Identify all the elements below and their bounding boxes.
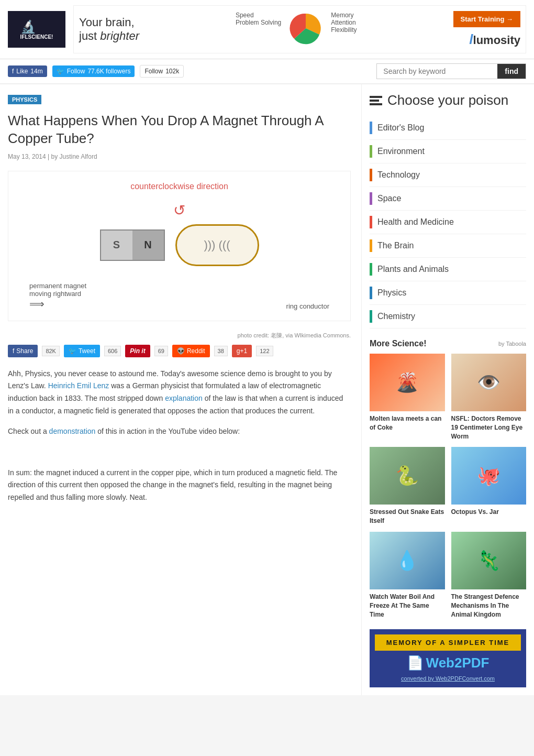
article-paragraph-1: Ahh, Physics, you never cease to astound… — [8, 368, 351, 418]
share-bar: f Share 82K 🐦 Tweet 606 Pin it 69 👽 — [8, 345, 351, 357]
article-body: Ahh, Physics, you never cease to astound… — [8, 368, 351, 504]
field-lines: ))) ((( — [204, 238, 230, 252]
nav-label-physics: Physics — [377, 288, 406, 298]
sidebar-item-health[interactable]: Health and Medicine — [370, 211, 526, 234]
science-item-animal[interactable]: 🦎 The Strangest Defence Mechanisms In Th… — [451, 532, 527, 619]
pie-chart — [289, 12, 323, 46]
ad-banner: Your brain, just brighter Speed Problem … — [73, 5, 526, 53]
search-input[interactable] — [377, 64, 497, 79]
lenz-link[interactable]: Heinrich Emil Lenz — [48, 381, 109, 390]
sidebar-item-environment[interactable]: Environment — [370, 140, 526, 163]
direction-label: counterclockwise direction — [130, 182, 228, 191]
magnet-tube-diagram: S N ))) ((( — [100, 224, 259, 266]
article-diagram: counterclockwise direction ↺ S N — [8, 171, 351, 321]
share-facebook-button[interactable]: f Share — [8, 345, 38, 357]
fb-icon: f — [12, 68, 14, 75]
science-img-octopus: 🐙 — [451, 447, 527, 505]
fb-count: 14m — [30, 68, 42, 75]
site-logo[interactable]: 🔬 IFLSCIENCE! — [8, 11, 65, 48]
pin-share-count: 69 — [154, 346, 168, 356]
ad-tagline: Your brain, just brighter — [79, 16, 139, 43]
ad-cta: Start Training → llumosity — [453, 11, 520, 48]
sidebar-item-technology[interactable]: Technology — [370, 163, 526, 187]
search-button[interactable]: find — [497, 64, 526, 79]
taboola-label: by Taboola — [498, 341, 526, 347]
nav-label-chemistry: Chemistry — [377, 312, 415, 321]
sidebar-item-physics[interactable]: Physics — [370, 281, 526, 305]
fb-share-icon: f — [13, 347, 14, 355]
octopus-emoji: 🐙 — [451, 447, 527, 505]
sidebar-item-chemistry[interactable]: Chemistry — [370, 305, 526, 328]
web2pdf-title: Web2PDF — [426, 655, 490, 671]
reddit-icon: 👽 — [177, 347, 185, 355]
web2pdf-link-area: converted by Web2PDFConvert.com — [375, 674, 521, 682]
nav-color-technology — [370, 169, 372, 181]
science-img-snake: 🐍 — [370, 447, 445, 505]
science-item-snake[interactable]: 🐍 Stressed Out Snake Eats Itself — [370, 447, 445, 525]
magnet-north: N — [132, 231, 164, 260]
science-item-water[interactable]: 💧 Watch Water Boil And Freeze At The Sam… — [370, 532, 445, 619]
reddit-share-count: 38 — [214, 346, 228, 356]
poison-title: Choose your poison — [387, 92, 508, 108]
fb-share-count: 82K — [42, 346, 60, 356]
science-label-lava: Molten lava meets a can of Coke — [370, 414, 445, 432]
nav-label-environment: Environment — [377, 147, 425, 156]
share-reddit-button[interactable]: 👽 Reddit — [172, 345, 210, 357]
diagram-labels: permanent magnet moving rightward ⟹ ring… — [19, 282, 340, 310]
nav-color-brain — [370, 239, 372, 252]
tw-share-count: 606 — [104, 346, 121, 356]
category-nav-list: Editor's Blog Environment Technology Spa… — [370, 116, 526, 328]
sidebar-item-brain[interactable]: The Brain — [370, 234, 526, 258]
web2pdf-link[interactable]: converted by Web2PDFConvert.com — [401, 675, 495, 682]
science-grid: 🌋 Molten lava meets a can of Coke 👁️ NSF… — [370, 354, 526, 619]
ad-feature-speed: Speed Problem Solving — [236, 12, 281, 47]
science-item-octopus[interactable]: 🐙 Octopus Vs. Jar — [451, 447, 527, 525]
sidebar-item-editors-blog[interactable]: Editor's Blog — [370, 116, 526, 140]
sidebar-item-space[interactable]: Space — [370, 187, 526, 211]
ring-conductor-label: ring conductor — [286, 302, 329, 310]
category-tag[interactable]: PHYSICS — [8, 95, 41, 104]
nav-label-editors-blog: Editor's Blog — [377, 123, 424, 133]
article-meta: May 13, 2014 | by Justine Alford — [8, 153, 351, 160]
share-pinterest-button[interactable]: Pin it — [125, 345, 150, 357]
follow-button[interactable]: Follow 102k — [140, 65, 184, 78]
tw-icon: 🐦 — [57, 68, 64, 75]
menu-icon — [370, 96, 382, 105]
science-item-eye[interactable]: 👁️ NSFL: Doctors Remove 19 Centimeter Lo… — [451, 354, 527, 441]
magnet: S N — [100, 229, 165, 261]
copper-tube: ))) ((( — [175, 224, 259, 266]
science-item-lava[interactable]: 🌋 Molten lava meets a can of Coke — [370, 354, 445, 441]
science-img-eye: 👁️ — [451, 354, 527, 411]
nav-color-editors-blog — [370, 122, 372, 134]
start-training-button[interactable]: Start Training → — [453, 11, 520, 27]
share-twitter-button[interactable]: 🐦 Tweet — [64, 345, 100, 357]
science-img-lava: 🌋 — [370, 354, 445, 411]
menu-line-2 — [370, 100, 379, 102]
article-title: What Happens When You Drop A Magnet Thro… — [8, 112, 351, 148]
twitter-follow-button[interactable]: 🐦 Follow 77.6K followers — [52, 65, 135, 77]
photo-credit: photo credit: 老陳, via WIkimedia Commons. — [8, 332, 351, 339]
menu-line-3 — [370, 103, 382, 105]
ad-feature-memory: Memory Attention Flexibility — [331, 12, 357, 47]
demonstration-link[interactable]: demonstration — [49, 427, 96, 435]
share-gplus-button[interactable]: g+1 — [232, 345, 252, 357]
menu-line-1 — [370, 96, 382, 98]
nav-color-health — [370, 216, 372, 228]
logo-text: IFLSCIENCE! — [20, 34, 53, 40]
facebook-like-button[interactable]: f Like 14m — [8, 65, 47, 77]
article-paragraph-3: In sum: the magnet induced a current in … — [8, 467, 351, 504]
nav-color-chemistry — [370, 310, 372, 323]
lava-emoji: 🌋 — [370, 354, 445, 411]
sidebar-item-plants[interactable]: Plants and Animals — [370, 258, 526, 281]
explanation-link[interactable]: explanation — [165, 394, 203, 402]
nav-color-environment — [370, 145, 372, 158]
eye-emoji: 👁️ — [451, 354, 527, 411]
science-img-animal: 🦎 — [451, 532, 527, 589]
magnet-south: S — [101, 231, 132, 260]
web2pdf-logo: 📄 Web2PDF — [375, 655, 521, 671]
tw-share-icon: 🐦 — [69, 347, 76, 355]
header: 🔬 IFLSCIENCE! Your brain, just brighter … — [0, 0, 534, 59]
science-img-water: 💧 — [370, 532, 445, 589]
nav-label-health: Health and Medicine — [377, 217, 454, 227]
more-science-title: More Science! — [370, 339, 426, 348]
